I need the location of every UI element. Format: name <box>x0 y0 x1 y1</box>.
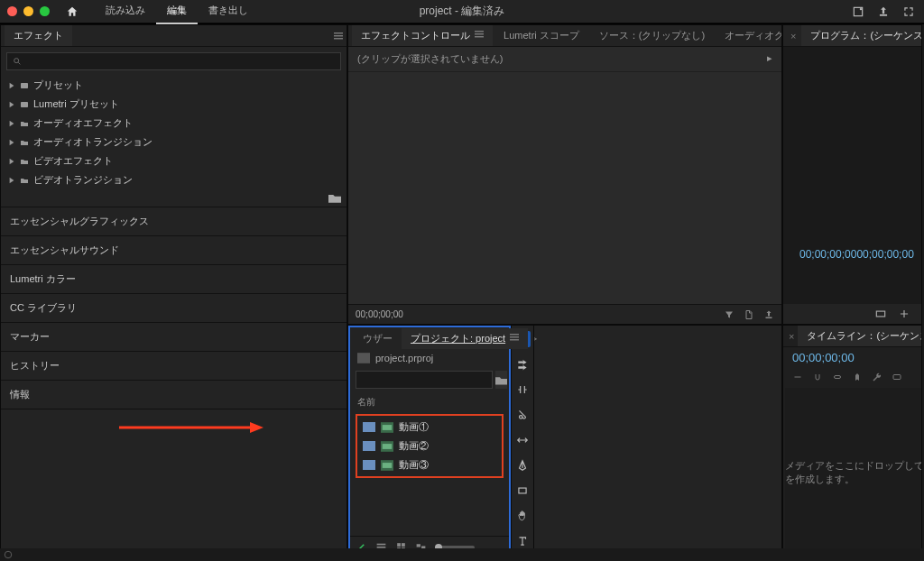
project-item[interactable]: 動画① <box>357 418 502 437</box>
tab-timeline[interactable]: タイムライン：(シーケンスなし) <box>798 326 922 346</box>
timeline-drop-zone[interactable]: メディアをここにドロップしてシーケンスを作成します。 <box>785 388 922 557</box>
insert-icon[interactable] <box>792 372 803 382</box>
tab-program-label: プログラム：(シーケンスなし) <box>810 30 922 41</box>
section-essential-graphics[interactable]: エッセンシャルグラフィックス <box>1 207 346 236</box>
svg-rect-41 <box>417 544 420 547</box>
section-essential-sound[interactable]: エッセンシャルサウンド <box>1 236 346 265</box>
svg-rect-3 <box>475 31 484 32</box>
tab-export[interactable]: 書き出し <box>198 0 259 24</box>
effects-search[interactable] <box>6 52 341 70</box>
home-icon[interactable] <box>66 5 79 18</box>
share-icon[interactable] <box>877 5 890 18</box>
svg-rect-18 <box>334 32 343 34</box>
tab-audio[interactable]: オーディオク <box>716 25 782 46</box>
tab-source[interactable]: ソース：(クリップなし) <box>590 25 714 46</box>
filter-icon[interactable] <box>724 309 735 320</box>
folder-icon <box>495 375 507 385</box>
linked-selection-icon[interactable] <box>832 372 843 382</box>
folder-icon <box>21 177 28 184</box>
minimize-window-button[interactable] <box>23 6 33 16</box>
timeline-timecode[interactable]: 00;00;00;00 <box>792 351 922 364</box>
close-panel-icon[interactable]: × <box>789 331 794 342</box>
track-select-tool[interactable] <box>514 356 531 372</box>
caret-right-icon[interactable]: ▸ <box>767 52 772 66</box>
close-window-button[interactable] <box>7 6 17 16</box>
section-cc-libraries[interactable]: CC ライブラリ <box>1 294 346 323</box>
workspace-tabs: 読み込み 編集 書き出し <box>95 0 259 24</box>
type-tool[interactable] <box>514 533 531 549</box>
tab-lumetri-scopes[interactable]: Lumetri スコープ <box>494 25 588 46</box>
timeline-panel: × タイムライン：(シーケンスなし) 00;00;00;00 メディアをここにド… <box>783 326 922 559</box>
caption-icon[interactable] <box>892 372 902 382</box>
maximize-window-button[interactable] <box>40 6 50 16</box>
tab-effect-controls[interactable]: エフェクトコントロール <box>352 25 493 46</box>
new-bin-icon[interactable] <box>328 193 341 203</box>
svg-rect-37 <box>397 543 401 547</box>
no-clip-label: (クリップが選択されていません) <box>357 52 503 66</box>
section-markers[interactable]: マーカー <box>1 323 346 352</box>
svg-rect-33 <box>383 463 393 468</box>
quick-export-icon[interactable] <box>852 5 864 18</box>
slip-tool[interactable] <box>514 432 531 448</box>
fx-video-transitions[interactable]: ビデオトランジション <box>5 170 343 189</box>
tab-edit[interactable]: 編集 <box>156 0 198 24</box>
program-ruler[interactable] <box>783 264 921 273</box>
svg-rect-47 <box>835 376 841 379</box>
fx-lumetri-presets[interactable]: Lumetri プリセット <box>5 95 343 114</box>
project-header: project.prproj <box>350 349 509 367</box>
project-clip-list: 動画① 動画② 動画③ <box>356 414 504 478</box>
fx-label: プリセット <box>33 78 83 92</box>
close-panel-icon[interactable]: × <box>790 31 796 41</box>
tab-effects[interactable]: エフェクト <box>5 25 72 46</box>
clip-name: 動画② <box>399 439 429 453</box>
rectangle-tool[interactable] <box>514 483 531 499</box>
wrench-icon[interactable] <box>872 372 882 382</box>
status-icon[interactable] <box>4 550 13 559</box>
ripple-edit-tool[interactable] <box>514 382 531 398</box>
fx-audio-transitions[interactable]: オーディオトランジション <box>5 133 343 152</box>
project-search-input[interactable] <box>356 371 493 389</box>
new-bin-button[interactable] <box>495 371 507 389</box>
marker-icon[interactable] <box>852 372 863 382</box>
section-info[interactable]: 情報 <box>1 381 346 409</box>
svg-rect-48 <box>893 375 901 380</box>
section-lumetri-color[interactable]: Lumetri カラー <box>1 265 346 294</box>
panel-menu-icon[interactable] <box>510 333 519 342</box>
effects-tree: プリセット Lumetri プリセット オーディオエフェクト オーディオトランジ… <box>1 76 346 189</box>
tab-project-label: プロジェクト: project <box>411 333 505 344</box>
settings-icon[interactable] <box>874 308 887 320</box>
program-canvas[interactable] <box>783 47 921 244</box>
tab-program[interactable]: プログラム：(シーケンスなし) <box>801 25 922 46</box>
tab-import[interactable]: 読み込み <box>95 0 156 24</box>
project-area: ウザー プロジェクト: project ≫ project.prproj 名前 <box>347 325 782 560</box>
svg-rect-17 <box>876 311 884 317</box>
effect-controls-timecode: 00;00;00;00 <box>356 309 403 319</box>
timeline-toolbar <box>783 368 922 386</box>
panel-menu-icon[interactable] <box>334 32 343 41</box>
fullscreen-icon[interactable] <box>902 5 915 18</box>
tab-media-browser[interactable]: ウザー <box>354 328 402 349</box>
razor-tool[interactable] <box>514 407 531 423</box>
pen-tool[interactable] <box>514 457 531 474</box>
project-item[interactable]: 動画③ <box>357 455 502 474</box>
fx-video-effects[interactable]: ビデオエフェクト <box>5 152 343 170</box>
panel-menu-icon[interactable] <box>475 30 484 39</box>
clip-name: 動画③ <box>399 458 429 472</box>
fx-presets[interactable]: プリセット <box>5 76 343 95</box>
add-icon[interactable] <box>898 308 910 320</box>
program-timecode-left[interactable]: 00;00;00;00 <box>799 248 856 261</box>
tab-project[interactable]: プロジェクト: project <box>402 328 528 349</box>
hand-tool[interactable] <box>514 508 531 524</box>
new-item-icon[interactable] <box>744 309 754 320</box>
export-frame-icon[interactable] <box>763 309 774 320</box>
column-header-name[interactable]: 名前 <box>350 392 509 412</box>
fx-label: ビデオトランジション <box>33 173 133 187</box>
snap-icon[interactable] <box>812 372 823 382</box>
project-item[interactable]: 動画② <box>357 437 502 455</box>
label-color <box>363 441 375 451</box>
search-icon <box>13 57 22 66</box>
svg-rect-23 <box>21 102 28 107</box>
section-history[interactable]: ヒストリー <box>1 352 346 381</box>
tab-effect-controls-label: エフェクトコントロール <box>361 30 470 41</box>
fx-audio-effects[interactable]: オーディオエフェクト <box>5 114 343 133</box>
